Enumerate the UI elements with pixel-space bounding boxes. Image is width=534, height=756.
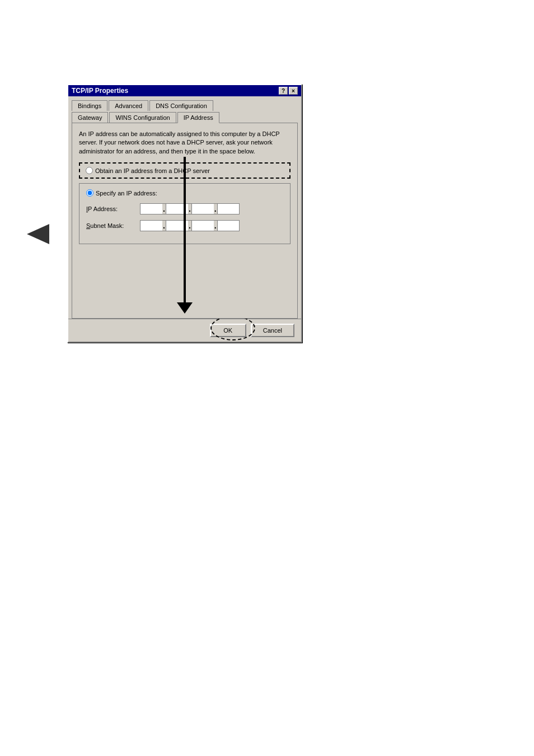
subnet-seg3[interactable]: [191, 220, 214, 231]
specify-section: Specify an IP address: IP Address: . . .: [79, 183, 291, 244]
radio-specify-label[interactable]: Specify an IP address:: [96, 190, 157, 197]
dialog-wrapper: TCP/IP Properties ? × Bindings Advanced …: [67, 84, 302, 343]
close-button[interactable]: ×: [289, 87, 298, 95]
subnet-input-group: . . .: [140, 220, 240, 231]
radio-dhcp-row: Obtain an IP address from a DHCP server: [86, 167, 284, 174]
ip-address-row: IP Address: . . .: [86, 203, 283, 214]
button-area: OK Cancel: [68, 319, 301, 342]
radio-specify[interactable]: [86, 189, 93, 197]
title-bar: TCP/IP Properties ? ×: [68, 85, 301, 96]
subnet-seg4[interactable]: [217, 220, 240, 231]
tab-wins[interactable]: WINS Configuration: [109, 112, 176, 123]
tabs-row-1: Bindings Advanced DNS Configuration: [72, 100, 298, 110]
subnet-seg1[interactable]: [140, 220, 162, 231]
ip-seg3[interactable]: [191, 203, 214, 214]
tab-advanced-label: Advanced: [115, 102, 142, 109]
tab-bindings-label: Bindings: [78, 102, 101, 109]
tab-advanced[interactable]: Advanced: [109, 100, 148, 111]
ip-label-text: P Address:: [88, 206, 118, 212]
tab-bindings[interactable]: Bindings: [72, 100, 107, 111]
tab-gateway[interactable]: Gateway: [72, 112, 108, 123]
left-arrow-annotation: [27, 224, 49, 244]
dialog-title: TCP/IP Properties: [72, 87, 128, 95]
tabs-row-2: Gateway WINS Configuration IP Address: [72, 111, 298, 123]
radio-specify-row: Specify an IP address:: [86, 189, 283, 197]
content-spacer: [79, 244, 291, 311]
radio-dhcp-label[interactable]: Obtain an IP address from a DHCP server: [95, 167, 210, 174]
ok-button[interactable]: OK: [210, 324, 246, 337]
tabs-area: Bindings Advanced DNS Configuration Gate…: [68, 96, 301, 123]
tab-dns-label: DNS Configuration: [156, 102, 207, 109]
tab-gateway-label: Gateway: [78, 114, 102, 121]
titlebar-buttons: ? ×: [279, 87, 298, 95]
ip-seg2[interactable]: [166, 203, 188, 214]
subnet-label-text: ubnet Mask:: [90, 222, 124, 229]
content-area: An IP address can be automatically assig…: [72, 123, 298, 319]
ip-seg4[interactable]: [217, 203, 240, 214]
description-text: An IP address can be automatically assig…: [79, 130, 291, 156]
tab-wins-label: WINS Configuration: [115, 114, 170, 121]
tab-ipaddress[interactable]: IP Address: [177, 112, 219, 123]
help-button[interactable]: ?: [279, 87, 288, 95]
radio-dhcp[interactable]: [86, 167, 93, 174]
tab-ipaddress-label: IP Address: [184, 114, 213, 121]
tab-dns[interactable]: DNS Configuration: [149, 100, 213, 111]
subnet-mask-label: Subnet Mask:: [86, 222, 137, 229]
ip-seg1[interactable]: [140, 203, 162, 214]
ip-address-label: IP Address:: [86, 206, 137, 212]
subnet-seg2[interactable]: [166, 220, 188, 231]
tcpip-dialog: TCP/IP Properties ? × Bindings Advanced …: [67, 84, 302, 343]
ip-address-input-group: . . .: [140, 203, 240, 214]
subnet-mask-row: Subnet Mask: . . .: [86, 220, 283, 231]
cancel-button[interactable]: Cancel: [251, 324, 294, 337]
dhcp-option-box: Obtain an IP address from a DHCP server: [79, 162, 291, 179]
